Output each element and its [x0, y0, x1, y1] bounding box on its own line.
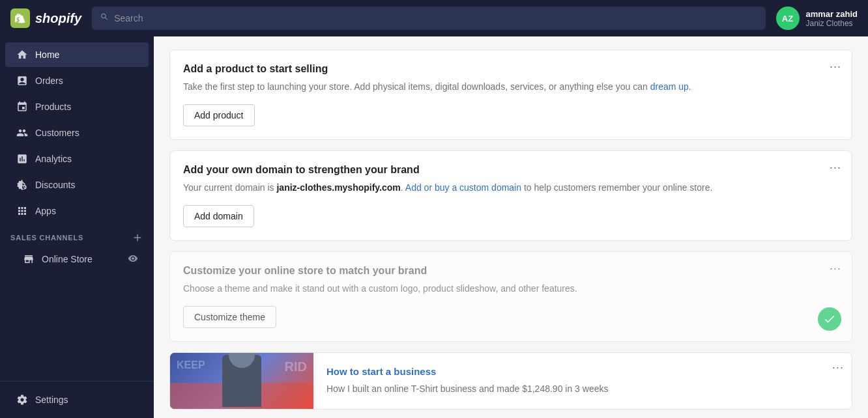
add-product-title: Add a product to start selling: [183, 63, 839, 75]
user-area: AZ ammar zahid Janiz Clothes: [776, 7, 858, 30]
customize-store-more-button[interactable]: ···: [830, 262, 841, 274]
online-store-label: Online Store: [42, 254, 93, 264]
add-domain-card: ··· Add your own domain to strengthen yo…: [169, 150, 852, 241]
add-product-desc: Take the first step to launching your st…: [183, 80, 839, 94]
sidebar-item-settings[interactable]: Settings: [5, 387, 149, 412]
customize-store-title: Customize your online store to match you…: [183, 265, 839, 277]
blog-card: RID KEEP How to start a business How I b…: [169, 352, 852, 410]
add-product-card: ··· Add a product to start selling Take …: [169, 49, 852, 140]
orders-icon: [16, 74, 29, 87]
home-icon: [16, 48, 29, 61]
sales-channels-header: SALES CHANNELS: [0, 224, 154, 246]
shopify-bag-icon: [10, 8, 30, 28]
main-content: ··· Add a product to start selling Take …: [154, 36, 868, 418]
sidebar-item-orders-label: Orders: [35, 76, 63, 86]
user-store: Janiz Clothes: [806, 19, 858, 28]
sidebar-item-analytics-label: Analytics: [35, 154, 72, 164]
sidebar-item-home[interactable]: Home: [5, 42, 149, 67]
logo[interactable]: shopify: [10, 8, 81, 28]
user-name: ammar zahid: [806, 9, 858, 19]
discounts-icon: [16, 178, 29, 191]
add-domain-more-button[interactable]: ···: [830, 161, 841, 173]
customize-store-desc: Choose a theme and make it stand out wit…: [183, 282, 839, 296]
blog-image: RID KEEP: [170, 353, 313, 409]
add-sales-channel-button[interactable]: [132, 232, 143, 244]
topbar: shopify AZ ammar zahid Janiz Clothes: [0, 0, 868, 36]
customize-store-card: ··· Customize your online store to match…: [169, 251, 852, 342]
sidebar-item-customers-label: Customers: [35, 128, 80, 138]
sidebar-item-products[interactable]: Products: [5, 94, 149, 119]
add-product-more-button[interactable]: ···: [830, 61, 841, 72]
blog-desc: How I built an online T-Shirt business a…: [326, 382, 839, 396]
apps-icon: [16, 204, 29, 217]
blog-image-inner: RID KEEP: [170, 353, 313, 409]
add-domain-title: Add your own domain to strengthen your b…: [183, 164, 839, 176]
search-icon: [100, 12, 109, 24]
search-input[interactable]: [114, 13, 757, 23]
analytics-icon: [16, 152, 29, 165]
sidebar: Home Orders Products Customers Analytics: [0, 36, 154, 418]
sidebar-item-analytics[interactable]: Analytics: [5, 146, 149, 171]
sidebar-item-products-label: Products: [35, 102, 71, 112]
logo-text: shopify: [35, 11, 81, 26]
blog-title[interactable]: How to start a business: [326, 366, 839, 377]
sidebar-item-orders[interactable]: Orders: [5, 68, 149, 93]
customize-theme-button[interactable]: Customize theme: [183, 306, 276, 328]
sidebar-item-online-store[interactable]: Online Store: [5, 247, 149, 272]
add-product-button[interactable]: Add product: [183, 104, 255, 126]
user-info: ammar zahid Janiz Clothes: [806, 9, 858, 28]
blog-more-button[interactable]: ···: [832, 361, 844, 374]
online-store-eye-icon: [128, 253, 138, 266]
completed-check-icon: [818, 307, 841, 331]
add-domain-desc: Your current domain is janiz-clothes.mys…: [183, 181, 839, 195]
sidebar-bottom: Settings: [0, 381, 154, 413]
online-store-icon: [22, 253, 35, 266]
avatar: AZ: [776, 7, 800, 30]
search-bar[interactable]: [92, 7, 765, 30]
sidebar-item-discounts-label: Discounts: [35, 180, 75, 190]
products-icon: [16, 100, 29, 113]
sidebar-item-customers[interactable]: Customers: [5, 120, 149, 145]
blog-content: How to start a business How I built an o…: [313, 353, 852, 409]
main-layout: Home Orders Products Customers Analytics: [0, 36, 868, 418]
settings-label: Settings: [35, 395, 68, 405]
sidebar-item-discounts[interactable]: Discounts: [5, 173, 149, 197]
customers-icon: [16, 126, 29, 139]
sidebar-item-home-label: Home: [35, 49, 59, 60]
settings-icon: [16, 393, 29, 406]
add-domain-button[interactable]: Add domain: [183, 205, 254, 227]
sidebar-item-apps[interactable]: Apps: [5, 199, 149, 223]
sidebar-item-apps-label: Apps: [35, 206, 56, 216]
